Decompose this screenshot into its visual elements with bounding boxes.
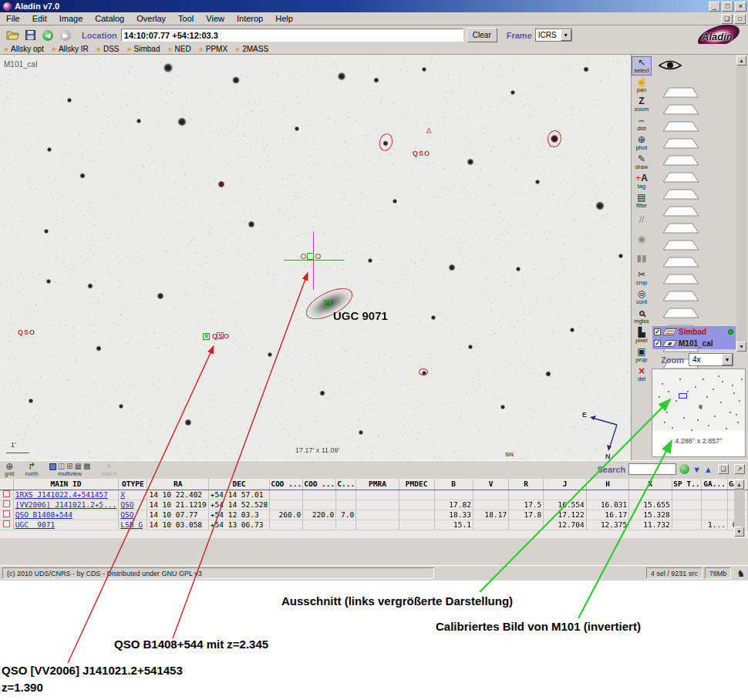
table-panel-button[interactable]: ❏ [718,464,729,474]
table-scrollbar[interactable]: ▲ ▼ [734,480,745,537]
column-header-pmra[interactable]: PMRA [356,479,399,490]
layer-scrollbar[interactable]: ▲ ▼ [736,56,746,352]
column-header-k[interactable]: K [629,479,672,490]
tool-prop[interactable]: ▣prop [632,345,652,365]
catalog-shortcut-ppmx[interactable]: ★PPMX [198,45,227,53]
object-id-link[interactable]: 1RXS J141022.4+541457 [15,490,108,499]
menu-item-edit[interactable]: Edit [26,14,53,23]
catalog-shortcut-2mass[interactable]: ★2MASS [234,45,268,53]
column-header-coo[interactable]: COO ... [303,479,336,490]
column-header-h[interactable]: H [586,479,628,490]
tool-tag[interactable]: +Atag [632,172,652,191]
minimize-button[interactable]: _ [709,2,720,12]
column-header-c[interactable]: C... [336,479,356,490]
column-header-pmdec[interactable]: PMDEC [399,479,434,490]
galaxy-source-marker[interactable] [324,300,331,307]
search-next-icon[interactable]: ▼ [692,465,701,474]
column-header-v[interactable]: V [473,479,508,490]
column-header-b[interactable]: B [434,479,473,490]
north-toggle[interactable]: ↱ north [25,462,39,477]
frame-restore-button[interactable]: ❏ [721,14,733,24]
scroll-down-icon[interactable]: ▼ [736,342,746,352]
tool-dist[interactable]: ⇔dist [632,114,652,133]
otype-link[interactable]: LSB G [120,520,143,529]
triangle-marker[interactable]: △ [426,126,431,133]
table-row[interactable]: [VV2006] J141021.2+5...QSO14 10 21.1219+… [0,500,748,510]
column-header-otype[interactable]: OTYPE [119,479,147,490]
catalog-shortcut-ned[interactable]: ★NED [167,45,190,53]
location-input[interactable] [121,29,463,42]
otype-link[interactable]: X [120,490,125,499]
detach-panel-button[interactable]: ↗ [734,464,745,474]
object-id-link[interactable]: UGC 9071 [15,520,55,529]
row-checkbox[interactable] [3,500,10,507]
selected-source-marker[interactable] [307,253,314,260]
column-header-sp-t[interactable]: SP T.. [672,479,702,490]
scroll-up-icon[interactable]: ▲ [736,56,746,66]
overview-preview-panel[interactable]: 4.288° x 2.857° [652,369,746,457]
search-go-icon[interactable] [679,464,689,474]
menu-item-help[interactable]: Help [269,14,299,23]
catalog-shortcut-simbad[interactable]: ★Simbad [126,45,160,53]
tool-draw[interactable]: ✎draw [632,153,652,172]
four-view-icon[interactable]: ⊞ [66,463,72,470]
catalog-shortcut-allsky-opt[interactable]: ★Allsky opt [3,45,44,53]
tool-phot[interactable]: ⊕phot [632,133,652,153]
column-header-r[interactable]: R [509,479,544,490]
search-input[interactable] [628,463,676,475]
preview-view-rectangle[interactable] [679,393,687,399]
search-prev-icon[interactable]: ▲ [704,465,713,474]
tool-del[interactable]: ×del [632,365,652,384]
maximize-button[interactable]: □ [722,2,733,12]
column-header-ra[interactable]: RA [147,479,208,490]
back-button[interactable]: ◀ [40,29,56,42]
save-button[interactable] [22,29,38,42]
column-header-coo[interactable]: COO ... [270,479,303,490]
table-row[interactable]: UGC 9071LSB G14 10 03.058+54 13 06.7315.… [0,520,748,530]
layer-checkbox[interactable]: ✓ [654,328,661,335]
menu-item-view[interactable]: View [200,14,231,23]
otype-link[interactable]: QSO [120,510,133,519]
selected-source-marker[interactable] [217,332,224,339]
small-ellipse-marker[interactable] [419,369,428,375]
row-checkbox[interactable] [3,520,10,527]
zoom-select[interactable]: 4x ▼ [689,353,733,366]
multiview-switcher[interactable]: ◫ ⊞ ▦ ▩ multiview [49,462,91,477]
column-header-j[interactable]: J [544,479,586,490]
two-view-icon[interactable]: ◫ [58,463,65,470]
column-header-dec[interactable]: DEC [208,479,269,490]
menu-item-overlay[interactable]: Overlay [130,14,172,23]
frame-select[interactable]: ICRS ▼ [535,29,572,42]
sixteen-view-icon[interactable]: ▩ [83,463,90,470]
catalog-shortcut-allsky-ir[interactable]: ★Allsky IR [51,45,89,53]
sky-image-view[interactable]: M101_cal UGC 9071 ✕ QSO QSO △ QSO SN E [0,55,632,460]
menu-item-image[interactable]: Image [53,14,89,23]
layer-checkbox[interactable]: ✓ [654,340,661,347]
tool-zoom[interactable]: Zzoom [632,95,652,114]
object-id-link[interactable]: [VV2006] J141021.2+5... [15,500,117,509]
catalog-shortcut-dss[interactable]: ★DSS [96,45,120,53]
table-row[interactable]: 1RXS J141022.4+541457X14 10 22.402+54 14… [0,490,748,500]
tool-mglss[interactable]: mglss [632,307,652,326]
layer-row-m101-cal[interactable]: ✓M101_cal [652,338,736,349]
source-marker-circle[interactable] [315,254,321,259]
menu-item-interop[interactable]: Interop [231,14,269,23]
table-row[interactable]: QSO B1408+544QSO14 10 07.77+54 12 03.326… [0,510,748,520]
column-header-main-id[interactable]: MAIN ID [13,479,119,490]
forward-button[interactable]: ▶ [58,29,73,42]
grid-toggle[interactable]: ⊕ grid [5,462,15,477]
tool-cont[interactable]: ◎cont [632,288,652,307]
single-view-icon[interactable] [49,463,56,470]
tool-pixel[interactable]: ▙pixel [632,326,652,345]
close-button[interactable]: × [735,2,746,12]
row-checkbox[interactable] [3,510,10,517]
source-marker-circle[interactable] [301,254,306,259]
menu-item-tool[interactable]: Tool [172,14,200,23]
column-header-ga[interactable]: GA... [702,479,728,490]
clear-button[interactable]: Clear [467,28,497,42]
tool-pan[interactable]: ☝pan [632,76,652,95]
frame-maximize-button[interactable]: □ [734,14,746,24]
tool-crop[interactable]: ✂crop [632,268,652,288]
tool-select[interactable]: ↖select [632,56,652,76]
layer-row-simbad[interactable]: ✓Simbad [652,326,736,338]
